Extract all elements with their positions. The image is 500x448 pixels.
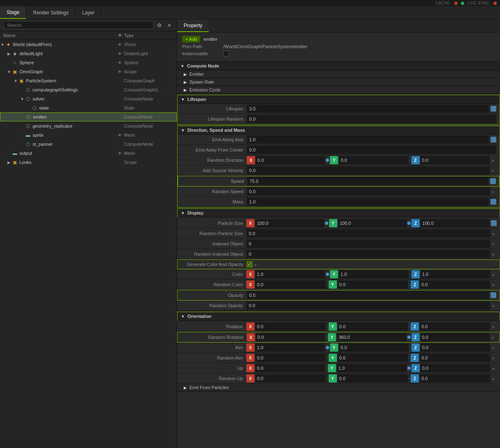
rrot-y-input[interactable]	[337, 333, 406, 341]
rcol-z-input[interactable]	[420, 280, 490, 289]
rot-x-input[interactable]	[255, 322, 326, 331]
tree-item-particlesystem[interactable]: ▼ ▣ ParticleSystem ComputeGraph	[0, 76, 177, 85]
aim-label: Aim	[180, 345, 246, 350]
random-particle-size-input[interactable]	[246, 229, 490, 238]
tree-item-emitter[interactable]: ⬡ emitter ComputeNode	[0, 112, 177, 121]
aim-y-input[interactable]	[339, 343, 409, 352]
solver-icon: ⬡	[25, 96, 31, 102]
eye-defaultlight[interactable]: 👁	[116, 51, 124, 56]
random-speed-label: Random Speed	[181, 189, 247, 194]
raim-x-input[interactable]	[255, 354, 326, 362]
tree-item-geom-replicator[interactable]: ⬡ geometry_replicator ComputeNode	[0, 121, 177, 131]
emit-away-input[interactable]	[247, 146, 496, 154]
add-source-velocity-input[interactable]	[247, 166, 490, 175]
eye-omnigraph[interactable]: 👁	[116, 70, 124, 74]
prim-path-value: /World/OmniGraph/ParticleSystem/emitter	[223, 44, 308, 49]
rcol-y-input[interactable]	[338, 280, 408, 289]
rd-z-input[interactable]	[421, 156, 490, 164]
ps-x-input[interactable]	[255, 219, 324, 227]
section-lifespan[interactable]: ▼ Lifespan	[178, 95, 500, 104]
tab-property[interactable]: Property	[177, 19, 209, 32]
subsection-emit-from-particles[interactable]: ▶ Emit From Particles	[177, 384, 500, 392]
search-input[interactable]	[3, 21, 154, 29]
subsection-spawn-rate[interactable]: ▶ Spawn Rate	[177, 78, 500, 86]
subsection-emitter[interactable]: ▶ Emitter	[177, 70, 500, 78]
random-speed-input[interactable]	[247, 187, 490, 196]
tab-render-settings[interactable]: Render Settings	[26, 6, 75, 19]
rotation-label: Rotation	[180, 324, 246, 329]
emit-along-axis-label: Emit Along Axis	[181, 137, 247, 142]
rcol-x-input[interactable]	[255, 280, 326, 289]
eye-sphere[interactable]: 👁	[116, 61, 124, 65]
random-opacity-input[interactable]	[246, 301, 490, 310]
eye-output[interactable]: 👁	[116, 151, 124, 156]
tab-stage[interactable]: Stage	[0, 6, 26, 19]
tree-item-output[interactable]: ▬ output 👁 Mesh	[0, 149, 177, 158]
tree-item-sphere[interactable]: ○ Sphere 👁 Sphere	[0, 58, 177, 67]
raim-z-input[interactable]	[420, 354, 490, 362]
section-orientation[interactable]: ▼ Orientation	[178, 312, 500, 321]
random-indexed-object-input[interactable]	[246, 250, 490, 258]
rot-y-input[interactable]	[338, 322, 408, 331]
tree-item-defaultlight[interactable]: ▶ ◈ defaultLight 👁 DistantLight	[0, 49, 177, 58]
rd-x-input[interactable]	[256, 156, 325, 164]
generate-color-opacity-row: Generate Color And Opacity ✓ ▸	[177, 259, 500, 269]
aim-x-dot	[326, 346, 329, 349]
emitter-name: emitter	[203, 37, 217, 42]
lifespan-input[interactable]	[247, 105, 489, 113]
rup-y-input[interactable]	[338, 374, 408, 383]
add-button[interactable]: + Add	[182, 36, 200, 42]
col-z-input[interactable]	[421, 270, 490, 278]
speed-input[interactable]	[247, 177, 488, 185]
eye-world[interactable]: 👁	[116, 42, 124, 47]
random-opacity-value: ▸	[246, 301, 497, 310]
filter-icon[interactable]: ⚙	[155, 21, 164, 29]
emit-along-axis-input[interactable]	[247, 135, 489, 144]
section-display[interactable]: ▼ Display	[178, 209, 500, 217]
up-z-input[interactable]	[421, 364, 490, 372]
emit-along-axis-connector	[491, 137, 496, 142]
tree-item-st-panner[interactable]: ⬡ st_panner ComputeNode	[0, 140, 177, 149]
section-direction-speed-mass[interactable]: ▼ Direction, Speed and Mass	[178, 126, 500, 135]
tree-item-looks[interactable]: ▶ ▣ Looks Scope	[0, 158, 177, 167]
instanceable-checkbox[interactable]	[223, 51, 229, 56]
aim-z-input[interactable]	[421, 343, 490, 352]
rup-x-input[interactable]	[255, 374, 326, 383]
generate-color-opacity-checkbox[interactable]: ✓	[247, 261, 252, 267]
menu-icon[interactable]: ≡	[165, 21, 173, 29]
rd-y-input[interactable]	[339, 156, 408, 164]
opacity-input[interactable]	[247, 291, 489, 299]
label-emitter: emitter	[33, 114, 115, 119]
rot-z-input[interactable]	[420, 322, 490, 331]
tab-layer[interactable]: Layer	[75, 6, 101, 19]
raim-y-input[interactable]	[338, 354, 408, 362]
ps-z-input[interactable]	[421, 219, 489, 227]
eye-sprite[interactable]: 👁	[116, 133, 124, 138]
aim-x-input[interactable]	[255, 343, 325, 352]
tree-item-world[interactable]: ▼ ✦ World (defaultPrim) 👁 Xform	[0, 40, 177, 49]
up-x-input[interactable]	[255, 364, 325, 372]
tree-item-computegraphsettings[interactable]: ⬡ computegraphSettings ComputeGraphS…	[0, 85, 177, 94]
col-x-input[interactable]	[255, 270, 325, 278]
type-solver: ComputeNode	[124, 96, 173, 101]
particle-size-row: Particle Size X Y Z	[177, 218, 500, 229]
tree-item-omnigraph[interactable]: ▼ ▣ OmniGraph 👁 Scope	[0, 67, 177, 76]
rrot-x-input[interactable]	[256, 333, 325, 341]
tree-item-solver[interactable]: ▼ ⬡ solver ComputeNode	[0, 94, 177, 103]
up-y-input[interactable]	[337, 364, 407, 372]
subsection-emission-cycle[interactable]: ▶ Emission Cycle	[177, 86, 500, 94]
emit-away-label: Emit Away From Center	[181, 147, 247, 152]
indexed-object-input[interactable]	[246, 240, 490, 248]
random-aim-label: Random Aim	[180, 355, 246, 360]
tree-item-sprite[interactable]: ▬ sprite 👁 Mesh	[0, 131, 177, 140]
ps-y-input[interactable]	[338, 219, 407, 227]
rrot-z-input[interactable]	[421, 333, 490, 341]
rup-z-input[interactable]	[420, 374, 490, 383]
tree-item-state[interactable]: ⬡ state State	[0, 103, 177, 112]
section-compute-node[interactable]: ▼ Compute Node	[177, 62, 500, 70]
mass-input[interactable]	[247, 198, 489, 206]
mass-value	[247, 198, 496, 206]
lifespan-random-input[interactable]	[247, 115, 496, 123]
col-y-input[interactable]	[339, 270, 409, 278]
ps-y-dot	[407, 222, 411, 225]
